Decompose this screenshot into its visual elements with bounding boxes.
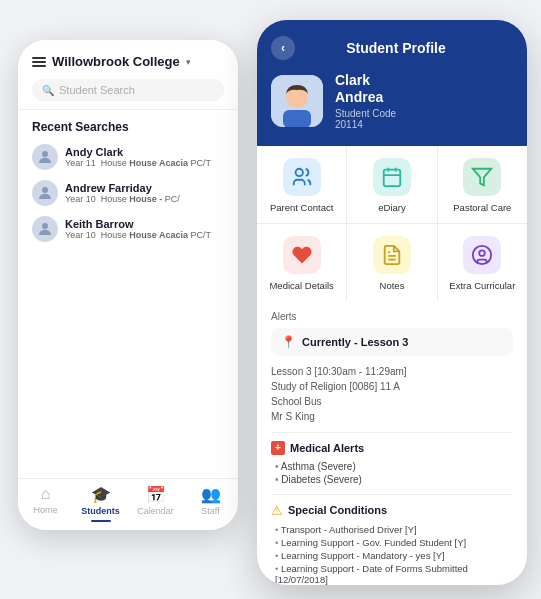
nav-students[interactable]: 🎓 Students — [73, 485, 128, 522]
medical-details-button[interactable]: Medical Details — [257, 224, 346, 301]
svg-point-1 — [42, 187, 48, 193]
left-header: Willowbrook College ▾ 🔍 Student Search — [18, 40, 238, 110]
avatar — [32, 180, 58, 206]
ediary-button[interactable]: eDiary — [347, 146, 436, 223]
list-item: Transport - Authorised Driver [Y] — [275, 523, 513, 536]
warning-icon: ⚠ — [271, 503, 283, 518]
divider — [271, 494, 513, 495]
search-icon: 🔍 — [42, 85, 54, 96]
pastoral-care-button[interactable]: Pastoral Care — [438, 146, 527, 223]
svg-rect-7 — [384, 169, 401, 186]
bottom-nav: ⌂ Home 🎓 Students 📅 Calendar 👥 Staff — [18, 478, 238, 530]
notes-button[interactable]: Notes — [347, 224, 436, 301]
student-detail: Year 10 House House - PC/ — [65, 194, 224, 204]
back-button[interactable]: ‹ — [271, 36, 295, 60]
student-info: Andy Clark Year 11 House House Acacia PC… — [65, 146, 224, 168]
staff-icon: 👥 — [201, 485, 221, 504]
extra-curricular-label: Extra Curricular — [449, 280, 515, 291]
parent-contact-icon — [283, 158, 321, 196]
svg-point-2 — [42, 223, 48, 229]
profile-section: Clark Andrea Student Code 20114 — [257, 72, 527, 146]
medical-alerts-block: + Medical Alerts Asthma (Severe) Diabete… — [271, 441, 513, 486]
svg-point-0 — [42, 151, 48, 157]
ediary-label: eDiary — [378, 202, 405, 213]
list-item[interactable]: Keith Barrow Year 10 House House Acacia … — [32, 216, 224, 242]
list-item: Diabetes (Severe) — [275, 473, 513, 486]
special-conditions-title: Special Conditions — [288, 504, 387, 516]
lesson-detail-text: Lesson 3 [10:30am - 11:29am] Study of Re… — [271, 364, 513, 424]
svg-marker-11 — [473, 168, 491, 185]
avatar — [32, 216, 58, 242]
calendar-icon: 📅 — [146, 485, 166, 504]
medical-alert-icon: + — [271, 441, 285, 455]
alerts-title: Alerts — [271, 311, 513, 322]
list-item: Learning Support - Date of Forms Submitt… — [275, 562, 513, 585]
medical-alerts-header: + Medical Alerts — [271, 441, 513, 455]
list-item[interactable]: Andrew Farriday Year 10 House House - PC… — [32, 180, 224, 206]
current-lesson-item: 📍 Currently - Lesson 3 — [271, 328, 513, 356]
list-item: Learning Support - Mandatory - yes [Y] — [275, 549, 513, 562]
medical-details-icon — [283, 236, 321, 274]
page-title: Student Profile — [303, 40, 489, 56]
medical-alerts-list: Asthma (Severe) Diabetes (Severe) — [271, 460, 513, 486]
nav-staff-label: Staff — [201, 506, 219, 516]
special-conditions-header: ⚠ Special Conditions — [271, 503, 513, 518]
avatar — [271, 75, 323, 127]
profile-info: Clark Andrea Student Code 20114 — [335, 72, 396, 130]
student-code-label: Student Code — [335, 108, 396, 119]
nav-staff[interactable]: 👥 Staff — [183, 485, 238, 522]
house-label: House Acacia — [129, 158, 188, 168]
nav-home[interactable]: ⌂ Home — [18, 485, 73, 522]
extra-curricular-button[interactable]: Extra Curricular — [438, 224, 527, 301]
student-info: Keith Barrow Year 10 House House Acacia … — [65, 218, 224, 240]
pastoral-care-icon — [463, 158, 501, 196]
hamburger-menu[interactable] — [32, 57, 46, 67]
profile-code: Student Code 20114 — [335, 108, 396, 130]
year-label: Year 11 — [65, 158, 96, 168]
list-item[interactable]: Andy Clark Year 11 House House Acacia PC… — [32, 144, 224, 170]
svg-point-15 — [480, 250, 486, 256]
profile-content: Alerts 📍 Currently - Lesson 3 Lesson 3 [… — [257, 301, 527, 585]
recent-searches-section: Recent Searches Andy Clark Year 11 House… — [18, 110, 238, 478]
student-name: Andy Clark — [65, 146, 224, 158]
profile-first-name: Clark — [335, 72, 396, 89]
parent-contact-button[interactable]: Parent Contact — [257, 146, 346, 223]
nav-home-label: Home — [33, 505, 57, 515]
special-conditions-block: ⚠ Special Conditions Transport - Authori… — [271, 503, 513, 585]
search-input-placeholder: Student Search — [59, 84, 135, 96]
list-item: Learning Support - Gov. Funded Student [… — [275, 536, 513, 549]
student-code-value: 20114 — [335, 119, 363, 130]
extra-curricular-icon — [463, 236, 501, 274]
pastoral-care-label: Pastoral Care — [453, 202, 511, 213]
avatar — [32, 144, 58, 170]
student-info: Andrew Farriday Year 10 House House - PC… — [65, 182, 224, 204]
student-detail: Year 11 House House Acacia PC/T — [65, 158, 224, 168]
parent-contact-label: Parent Contact — [270, 202, 333, 213]
profile-last-name: Andrea — [335, 89, 396, 106]
medical-details-label: Medical Details — [269, 280, 333, 291]
students-icon: 🎓 — [91, 485, 111, 504]
recent-searches-title: Recent Searches — [32, 120, 224, 134]
notes-label: Notes — [380, 280, 405, 291]
current-lesson-label: Currently - Lesson 3 — [302, 336, 408, 348]
svg-rect-4 — [283, 110, 311, 127]
special-conditions-list: Transport - Authorised Driver [Y] Learni… — [271, 523, 513, 585]
nav-calendar-label: Calendar — [137, 506, 174, 516]
back-arrow-icon: ‹ — [281, 41, 285, 55]
left-phone: Willowbrook College ▾ 🔍 Student Search R… — [18, 40, 238, 530]
right-header: ‹ Student Profile — [257, 20, 527, 72]
alerts-section: Alerts 📍 Currently - Lesson 3 Lesson 3 [… — [271, 311, 513, 585]
search-bar[interactable]: 🔍 Student Search — [32, 79, 224, 101]
ediary-icon — [373, 158, 411, 196]
nav-students-label: Students — [81, 506, 120, 516]
school-dropdown-arrow[interactable]: ▾ — [186, 57, 191, 67]
nav-calendar[interactable]: 📅 Calendar — [128, 485, 183, 522]
divider — [271, 432, 513, 433]
school-name: Willowbrook College — [52, 54, 180, 69]
student-name: Keith Barrow — [65, 218, 224, 230]
notes-icon — [373, 236, 411, 274]
location-icon: 📍 — [281, 335, 296, 349]
svg-point-6 — [295, 168, 302, 175]
medical-alerts-title: Medical Alerts — [290, 442, 364, 454]
right-phone: ‹ Student Profile Clark Andrea — [257, 20, 527, 585]
